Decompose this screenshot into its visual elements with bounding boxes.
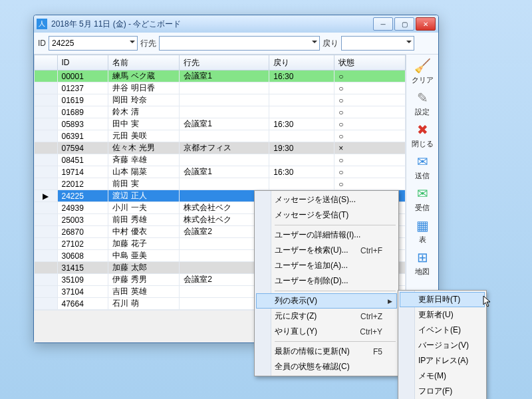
- row-header: [35, 274, 58, 286]
- sidebar-table[interactable]: ▦表: [408, 215, 437, 247]
- column-header[interactable]: 名前: [108, 55, 180, 70]
- close-button[interactable]: ✕: [416, 17, 436, 31]
- cell-name: 中村 優衣: [108, 226, 180, 238]
- shortcut-label: Ctrl+Z: [360, 312, 382, 321]
- cell-id: 24939: [57, 202, 108, 214]
- sidebar-clear[interactable]: 🧹クリア: [408, 56, 437, 88]
- cell-id: 06391: [57, 130, 108, 142]
- cell-id: 22012: [57, 178, 108, 190]
- cell-id: 35109: [57, 274, 108, 286]
- cell-state: ×: [334, 142, 406, 154]
- sidebar-map[interactable]: ⊞地図: [408, 247, 437, 279]
- row-header: [35, 286, 58, 298]
- cell-dest: [180, 82, 269, 94]
- menu-item[interactable]: メッセージを送信(S)...: [256, 192, 397, 207]
- table-row[interactable]: 00001練馬 ベク蔵会議室116:30○: [35, 70, 406, 82]
- menu-item[interactable]: メッセージを受信(T): [256, 207, 397, 223]
- cell-id: 08451: [57, 154, 108, 166]
- submenu-item[interactable]: バージョン(V): [400, 338, 485, 353]
- cell-name: 元田 美咲: [108, 130, 180, 142]
- return-combo[interactable]: [341, 36, 414, 51]
- cell-id: 07594: [57, 142, 108, 154]
- menu-item[interactable]: 最新の情報に更新(N)F5: [256, 344, 397, 359]
- row-header: [35, 238, 58, 250]
- cell-name: 井谷 明日香: [108, 82, 180, 94]
- table-row[interactable]: 07594佐々木 光男京都オフィス19:30×: [35, 142, 406, 154]
- submenu-item[interactable]: フロア(F): [400, 384, 485, 399]
- menu-item[interactable]: ユーザーを削除(D)...: [256, 273, 397, 289]
- row-header: [35, 130, 58, 142]
- row-header: [35, 262, 58, 274]
- cell-name: 山本 陽菜: [108, 166, 180, 178]
- cell-ret: [269, 130, 334, 142]
- sidebar-label: 閉じる: [408, 139, 437, 149]
- titlebar[interactable]: 人 2018年 5月 11日 (金) - 今どこボード ─ ▢ ✕: [34, 15, 438, 33]
- table-row[interactable]: 01237井谷 明日香○: [35, 82, 406, 94]
- cell-dest: 京都オフィス: [180, 142, 269, 154]
- column-header[interactable]: ID: [57, 55, 108, 70]
- table-row[interactable]: 05893田中 実会議室116:30○: [35, 118, 406, 130]
- cell-id: 26870: [57, 226, 108, 238]
- submenu-item[interactable]: 更新日時(T): [400, 292, 485, 307]
- table-row[interactable]: 01619岡田 玲奈○: [35, 94, 406, 106]
- cell-ret: [269, 94, 334, 106]
- submenu-item[interactable]: イベント(E): [400, 323, 485, 338]
- table-row[interactable]: 01689鈴木 清○: [35, 106, 406, 118]
- row-header: [35, 178, 58, 190]
- submenu-item[interactable]: IPアドレス(A): [400, 353, 485, 368]
- cell-state: ○: [334, 154, 406, 166]
- dest-combo[interactable]: [159, 36, 320, 51]
- cell-dest: [180, 178, 269, 190]
- maximize-button[interactable]: ▢: [394, 17, 414, 31]
- submenu-item[interactable]: 更新者(U): [400, 307, 485, 323]
- cell-state: ○: [334, 82, 406, 94]
- cell-ret: [269, 106, 334, 118]
- table-row[interactable]: 22012前田 実○: [35, 178, 406, 190]
- menu-item[interactable]: やり直し(Y)Ctrl+Y: [256, 324, 397, 339]
- cell-id: 19714: [57, 166, 108, 178]
- cell-name: 斉藤 幸雄: [108, 154, 180, 166]
- row-header: ▶: [35, 190, 58, 202]
- row-header: [35, 166, 58, 178]
- sidebar-receive[interactable]: ✉受信: [408, 184, 437, 215]
- id-combo[interactable]: [49, 36, 138, 51]
- shortcut-label: F5: [373, 347, 382, 356]
- table-row[interactable]: 06391元田 美咲○: [35, 130, 406, 142]
- menu-item[interactable]: 全員の状態を確認(C): [256, 359, 397, 374]
- cell-name: 前田 実: [108, 178, 180, 190]
- column-header[interactable]: [35, 55, 58, 70]
- cell-dest: 会議室1: [180, 166, 269, 178]
- send-icon: ✉: [412, 153, 432, 170]
- submenu-columns[interactable]: 更新日時(T)更新者(U)イベント(E)バージョン(V)IPアドレス(A)メモ(…: [398, 290, 487, 399]
- row-header: [35, 226, 58, 238]
- table-icon: ▦: [412, 217, 432, 234]
- return-label: 戻り: [323, 38, 338, 49]
- menu-item[interactable]: ユーザーの詳細情報(I)...: [256, 227, 397, 243]
- sidebar-label: 地図: [408, 267, 437, 277]
- cell-ret: 16:30: [269, 118, 334, 130]
- cell-id: 47664: [57, 298, 108, 310]
- column-header[interactable]: 状態: [334, 55, 406, 70]
- menu-item[interactable]: ユーザーを追加(A)...: [256, 258, 397, 273]
- settings-icon: ✎: [412, 89, 432, 106]
- cell-id: 01619: [57, 94, 108, 106]
- sidebar-close[interactable]: ✖閉じる: [408, 120, 437, 152]
- context-menu[interactable]: メッセージを送信(S)...メッセージを受信(T)ユーザーの詳細情報(I)...…: [254, 190, 399, 376]
- cell-name: 佐々木 光男: [108, 142, 180, 154]
- table-row[interactable]: 19714山本 陽菜会議室116:30○: [35, 166, 406, 178]
- column-header[interactable]: 戻り: [269, 55, 334, 70]
- sidebar-settings[interactable]: ✎設定: [408, 88, 437, 120]
- menu-item[interactable]: ユーザーを検索(U)...Ctrl+F: [256, 243, 397, 258]
- sidebar-send[interactable]: ✉送信: [408, 152, 437, 184]
- cell-state: ○: [334, 106, 406, 118]
- table-row[interactable]: 08451斉藤 幸雄○: [35, 154, 406, 166]
- cell-dest: [180, 130, 269, 142]
- column-header[interactable]: 行先: [180, 55, 269, 70]
- cell-id: 00001: [57, 70, 108, 82]
- menu-item[interactable]: 列の表示(V): [256, 293, 397, 309]
- minimize-button[interactable]: ─: [373, 17, 393, 31]
- submenu-item[interactable]: メモ(M): [400, 368, 485, 384]
- menu-item[interactable]: 元に戻す(Z)Ctrl+Z: [256, 309, 397, 324]
- receive-icon: ✉: [412, 185, 432, 202]
- cell-ret: 19:30: [269, 142, 334, 154]
